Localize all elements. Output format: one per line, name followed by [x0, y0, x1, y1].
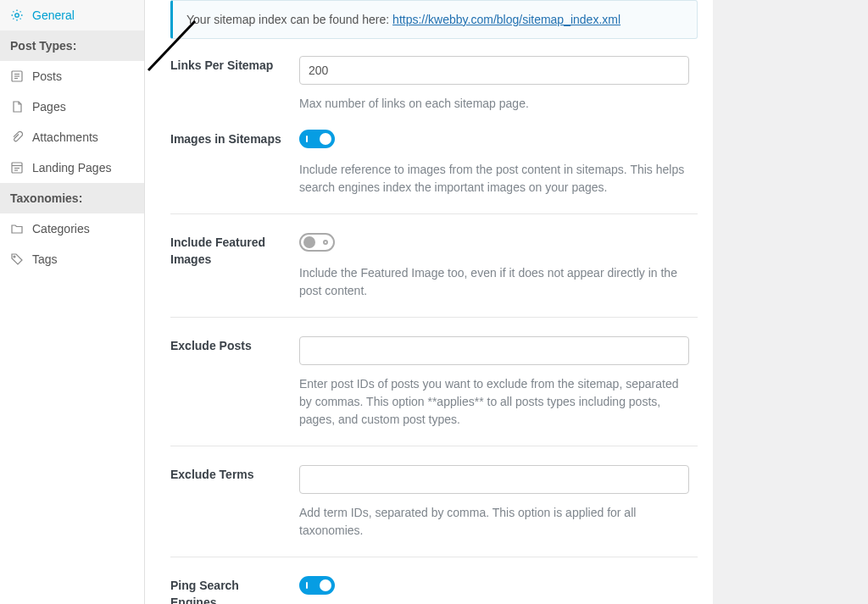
- attachment-icon: [10, 130, 24, 144]
- sidebar-header-taxonomies: Taxonomies:: [0, 183, 144, 213]
- ping-toggle[interactable]: [299, 576, 335, 595]
- images-in-sitemaps-label: Images in Sitemaps: [170, 130, 299, 197]
- sitemap-notice: Your sitemap index can be found here: ht…: [170, 0, 698, 39]
- links-per-sitemap-desc: Max number of links on each sitemap page…: [299, 95, 689, 113]
- gear-icon: [10, 8, 24, 22]
- notice-text: Your sitemap index can be found here:: [186, 13, 392, 26]
- exclude-terms-desc: Add term IDs, separated by comma. This o…: [299, 504, 689, 540]
- sidebar-item-attachments[interactable]: Attachments: [0, 122, 144, 152]
- links-per-sitemap-label: Links Per Sitemap: [170, 56, 299, 113]
- exclude-terms-label: Exclude Terms: [170, 465, 299, 540]
- sidebar-header-post-types: Post Types:: [0, 30, 144, 61]
- main-content: Your sitemap index can be found here: ht…: [145, 0, 713, 604]
- exclude-posts-label: Exclude Posts: [170, 336, 299, 429]
- tag-icon: [10, 252, 24, 266]
- divider: [170, 317, 698, 318]
- sidebar-item-landing-pages[interactable]: Landing Pages: [0, 152, 144, 183]
- sidebar-item-pages[interactable]: Pages: [0, 91, 144, 122]
- sidebar-item-posts[interactable]: Posts: [0, 61, 144, 91]
- sidebar-item-label: Attachments: [32, 130, 98, 144]
- background-pad: [713, 0, 868, 604]
- post-icon: [10, 69, 24, 83]
- landing-icon: [10, 161, 24, 175]
- sidebar-item-categories[interactable]: Categories: [0, 213, 144, 244]
- sidebar-item-tags[interactable]: Tags: [0, 244, 144, 274]
- include-featured-label: Include Featured Images: [170, 233, 299, 300]
- links-per-sitemap-input[interactable]: [299, 56, 689, 85]
- sidebar-item-label: Posts: [32, 69, 62, 83]
- exclude-terms-input[interactable]: [299, 465, 689, 494]
- sidebar-item-label: Pages: [32, 100, 66, 114]
- sidebar-item-general[interactable]: General: [0, 0, 144, 30]
- sidebar: General Post Types: Posts Pages Attachme…: [0, 0, 145, 604]
- images-in-sitemaps-desc: Include reference to images from the pos…: [299, 161, 689, 197]
- folder-icon: [10, 222, 24, 236]
- exclude-posts-desc: Enter post IDs of posts you want to excl…: [299, 375, 689, 429]
- svg-point-0: [15, 14, 19, 17]
- sidebar-item-label: General: [32, 8, 75, 22]
- divider: [170, 446, 698, 446]
- sidebar-item-label: Tags: [32, 252, 58, 266]
- exclude-posts-input[interactable]: [299, 336, 689, 365]
- sitemap-link[interactable]: https://kwebby.com/blog/sitemap_index.xm…: [392, 13, 620, 26]
- include-featured-toggle[interactable]: [299, 233, 335, 252]
- divider: [170, 213, 698, 214]
- sidebar-item-label: Categories: [32, 222, 90, 236]
- svg-point-9: [14, 256, 15, 258]
- include-featured-desc: Include the Featured Image too, even if …: [299, 264, 689, 300]
- images-in-sitemaps-toggle[interactable]: [299, 130, 335, 148]
- sidebar-item-label: Landing Pages: [32, 161, 111, 175]
- page-icon: [10, 100, 24, 114]
- divider: [170, 557, 698, 557]
- ping-label: Ping Search Engines: [170, 576, 299, 604]
